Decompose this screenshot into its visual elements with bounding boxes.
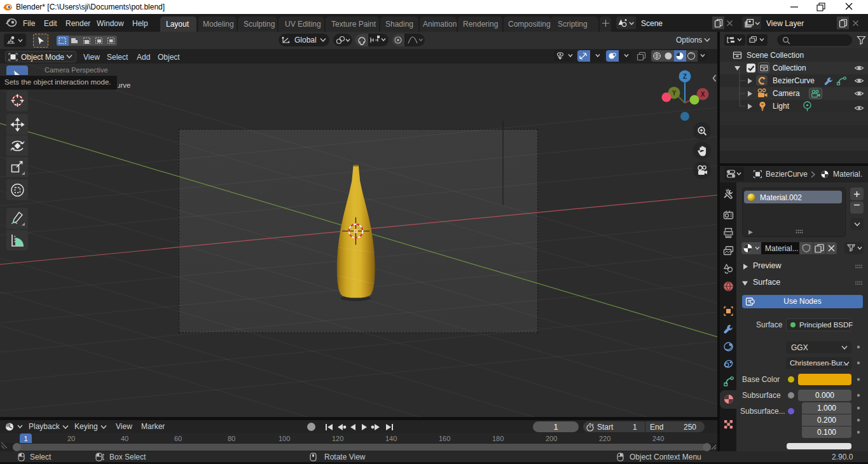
svg-text:Y: Y — [672, 90, 677, 97]
svg-text:X: X — [701, 91, 705, 98]
svg-text:Z: Z — [683, 73, 687, 80]
